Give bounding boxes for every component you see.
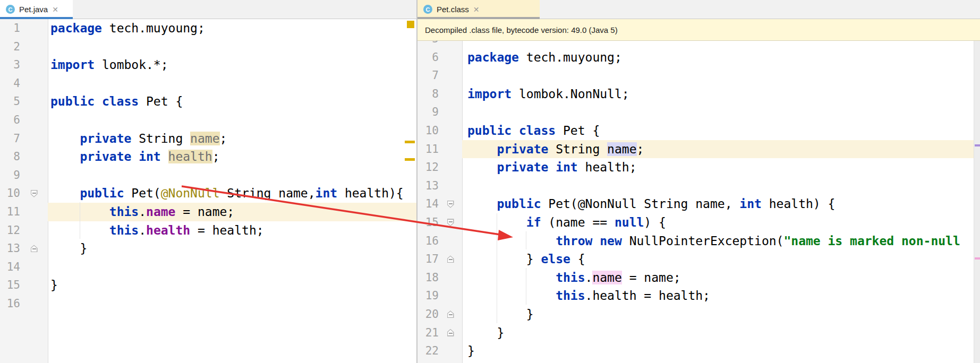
- fold-column: [439, 177, 462, 195]
- code-line[interactable]: 11 private String name;: [417, 140, 980, 159]
- code-line[interactable]: 9: [0, 166, 416, 185]
- code-line[interactable]: 16: [0, 295, 416, 313]
- line-number: 22: [417, 342, 439, 360]
- code-text: this.health = health;: [48, 221, 416, 240]
- fold-column: [20, 148, 48, 166]
- code-text: this.health = health;: [462, 287, 980, 305]
- fold-column: [439, 103, 462, 122]
- fold-marker-icon[interactable]: [447, 329, 454, 336]
- fold-marker-icon[interactable]: [31, 190, 38, 197]
- fold-column: [20, 184, 48, 203]
- fold-column: [20, 239, 48, 258]
- code-line[interactable]: 5public class Pet {: [0, 92, 416, 111]
- editor-pet-java[interactable]: 1package tech.muyoung;23import lombok.*;…: [0, 19, 416, 363]
- scrollbar-error-stripe[interactable]: [974, 41, 980, 363]
- code-line[interactable]: 6package tech.muyoung;: [417, 48, 980, 67]
- fold-marker-icon[interactable]: [447, 310, 454, 318]
- line-number: 21: [417, 324, 439, 342]
- inspections-status-square[interactable]: [407, 21, 414, 28]
- stripe-mark-read-access[interactable]: [975, 144, 980, 146]
- code-line[interactable]: 16 throw new NullPointerException("name …: [417, 232, 980, 250]
- code-line[interactable]: 15}: [0, 276, 416, 295]
- fold-column: [20, 166, 48, 185]
- stripe-highlight-mark[interactable]: [405, 141, 415, 143]
- fold-column: [439, 122, 462, 140]
- code-lines: 56package tech.muyoung;78import lombok.N…: [417, 41, 980, 360]
- fold-marker-icon[interactable]: [447, 219, 454, 226]
- code-text: public class Pet {: [462, 122, 980, 140]
- code-text: throw new NullPointerException("name is …: [462, 232, 980, 250]
- line-number: 14: [0, 258, 20, 276]
- line-number: 15: [0, 276, 20, 295]
- code-line[interactable]: 8import lombok.NonNull;: [417, 85, 980, 103]
- code-line[interactable]: 6: [0, 111, 416, 129]
- code-text: }: [462, 324, 980, 342]
- fold-column: [439, 287, 462, 305]
- fold-marker-icon[interactable]: [447, 201, 454, 208]
- code-line[interactable]: 1package tech.muyoung;: [0, 19, 416, 38]
- fold-column: [439, 213, 462, 232]
- code-text: private int health;: [462, 158, 980, 177]
- line-number: 7: [417, 66, 439, 85]
- code-line[interactable]: 15 if (name == null) {: [417, 213, 980, 232]
- code-line[interactable]: 7: [417, 66, 980, 85]
- code-line[interactable]: 17 } else {: [417, 250, 980, 269]
- indent-guide: [526, 268, 526, 305]
- fold-column: [20, 38, 48, 56]
- code-text: import lombok.*;: [48, 56, 416, 74]
- stripe-highlight-mark[interactable]: [405, 158, 415, 161]
- tab-pet-class[interactable]: C Pet.class ✕: [417, 0, 540, 19]
- stripe-mark-write-access[interactable]: [975, 257, 980, 260]
- line-number: 8: [0, 148, 20, 166]
- code-line[interactable]: 22}: [417, 342, 980, 360]
- line-number: 17: [417, 250, 439, 269]
- fold-marker-icon[interactable]: [31, 245, 38, 252]
- code-line[interactable]: 8 private int health;: [0, 148, 416, 166]
- code-line[interactable]: 14: [0, 258, 416, 276]
- code-line[interactable]: 19 this.health = health;: [417, 287, 980, 305]
- code-line[interactable]: 3import lombok.*;: [0, 56, 416, 74]
- code-text: [462, 66, 980, 85]
- fold-marker-icon[interactable]: [447, 255, 454, 263]
- code-line[interactable]: 14 public Pet(@NonNull String name, int …: [417, 195, 980, 213]
- code-line[interactable]: 9: [417, 103, 980, 122]
- line-number: 6: [0, 111, 20, 129]
- code-line[interactable]: 4: [0, 74, 416, 93]
- close-icon[interactable]: ✕: [52, 6, 58, 13]
- code-lines: 1package tech.muyoung;23import lombok.*;…: [0, 19, 416, 313]
- code-line[interactable]: 21 }: [417, 324, 980, 342]
- fold-column: [20, 258, 48, 276]
- editor-pet-class[interactable]: 56package tech.muyoung;78import lombok.N…: [417, 41, 980, 363]
- close-icon[interactable]: ✕: [473, 6, 480, 13]
- editor-split-divider[interactable]: [416, 0, 417, 363]
- fold-column: [439, 66, 462, 85]
- code-text: }: [48, 276, 416, 295]
- fold-column: [20, 129, 48, 148]
- code-text: private String name;: [462, 140, 980, 159]
- code-line[interactable]: 12 private int health;: [417, 158, 980, 177]
- code-line[interactable]: 11 this.name = name;: [0, 203, 416, 221]
- java-class-icon: C: [423, 5, 432, 14]
- line-number: 1: [0, 19, 20, 38]
- code-text: import lombok.NonNull;: [462, 85, 980, 103]
- code-line[interactable]: 12 this.health = health;: [0, 221, 416, 240]
- tab-pet-java[interactable]: C Pet.java ✕: [0, 0, 73, 19]
- line-number: 12: [417, 158, 439, 177]
- code-line[interactable]: 18 this.name = name;: [417, 269, 980, 287]
- code-text: [48, 258, 416, 276]
- fold-column: [20, 19, 48, 38]
- code-line[interactable]: 10 public Pet(@NonNull String name,int h…: [0, 184, 416, 203]
- code-text: } else {: [462, 250, 980, 269]
- indent-guide: [497, 213, 497, 323]
- code-line[interactable]: 13: [417, 177, 980, 195]
- code-line[interactable]: 7 private String name;: [0, 129, 416, 148]
- code-line[interactable]: 20 }: [417, 305, 980, 324]
- code-line[interactable]: 10public class Pet {: [417, 122, 980, 140]
- code-line[interactable]: 2: [0, 38, 416, 56]
- code-text: [48, 38, 416, 56]
- code-text: [48, 166, 416, 185]
- code-line[interactable]: 13 }: [0, 239, 416, 258]
- code-line[interactable]: 5: [417, 41, 980, 48]
- code-text: public Pet(@NonNull String name,int heal…: [48, 184, 416, 203]
- fold-column: [20, 221, 48, 240]
